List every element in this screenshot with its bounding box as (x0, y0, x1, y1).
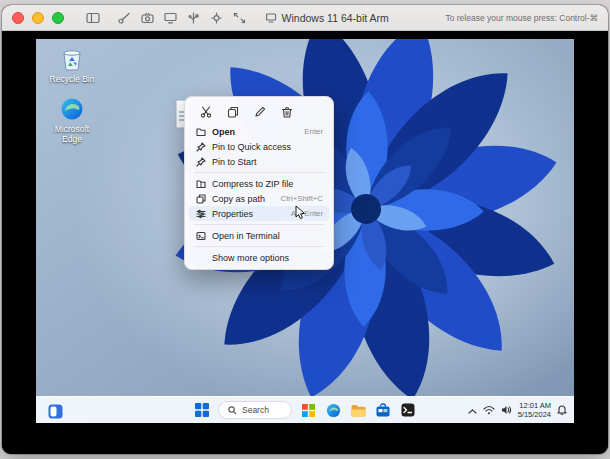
terminal-app-icon[interactable] (399, 401, 417, 419)
vm-display-area: Recycle Bin Microsoft Edge (2, 31, 608, 454)
titlebar[interactable]: Windows 11 64-bit Arm To release your mo… (2, 5, 608, 31)
zip-icon (195, 178, 206, 189)
edge-icon (58, 95, 86, 123)
menu-separator (194, 172, 324, 173)
recycle-bin-icon (58, 45, 86, 73)
clock-date: 5/15/2024 (518, 410, 551, 419)
fullscreen-icon[interactable] (233, 12, 246, 24)
menu-item-copy-as-path[interactable]: Copy as path Ctrl+Shift+C (189, 191, 329, 206)
desktop-icon-label: Recycle Bin (50, 75, 95, 85)
start-button[interactable] (193, 401, 211, 419)
quick-actions-row (189, 101, 329, 124)
menu-item-open-in-terminal[interactable]: Open in Terminal (189, 228, 329, 243)
close-button[interactable] (12, 12, 24, 24)
vm-window: Windows 11 64-bit Arm To release your mo… (2, 5, 608, 454)
menu-separator (194, 224, 324, 225)
clock-time: 12:01 AM (518, 401, 551, 410)
zoom-button[interactable] (52, 12, 64, 24)
menu-item-properties[interactable]: Properties Alt+Enter (189, 206, 329, 221)
file-explorer-icon[interactable] (349, 401, 367, 419)
more-options-icon (195, 252, 206, 263)
settings-gear-icon[interactable] (210, 12, 223, 24)
library-icon[interactable] (86, 12, 100, 24)
desktop-icon-microsoft-edge[interactable]: Microsoft Edge (44, 95, 100, 145)
traffic-lights (12, 12, 64, 24)
cut-icon[interactable] (199, 105, 213, 119)
taskbar: Search (36, 396, 574, 423)
volume-icon[interactable] (501, 401, 512, 419)
notification-bell-icon[interactable] (557, 401, 567, 419)
system-tray: 12:01 AM 5/15/2024 (468, 397, 567, 423)
menu-item-compress-to-zip[interactable]: Compress to ZIP file (189, 176, 329, 191)
search-placeholder: Search (242, 405, 269, 415)
pin-start-icon (195, 156, 206, 167)
edge-taskbar-icon[interactable] (324, 401, 342, 419)
desktop-icon-label: Microsoft Edge (44, 125, 100, 145)
copy-path-icon (195, 193, 206, 204)
mouse-cursor (295, 205, 306, 224)
menu-item-pin-to-quick-access[interactable]: Pin to Quick access (189, 139, 329, 154)
desktop-icon-recycle-bin[interactable]: Recycle Bin (44, 45, 100, 85)
vm-toolbar (118, 12, 246, 24)
terminal-icon (195, 230, 206, 241)
snapshot-camera-icon[interactable] (141, 12, 154, 24)
menu-separator (194, 246, 324, 247)
pin-icon (195, 141, 206, 152)
delete-icon[interactable] (280, 105, 294, 119)
properties-icon (195, 208, 206, 219)
widgets-icon[interactable] (46, 402, 64, 420)
context-menu: Open Enter Pin to Quick access Pin to St… (184, 96, 334, 270)
taskbar-center: Search (193, 397, 417, 423)
open-icon (195, 126, 206, 137)
display-icon[interactable] (164, 12, 177, 24)
usb-icon[interactable] (187, 12, 200, 24)
vm-monitor-icon (266, 13, 277, 23)
minimize-button[interactable] (32, 12, 44, 24)
network-icon[interactable] (483, 401, 495, 419)
taskbar-clock[interactable]: 12:01 AM 5/15/2024 (518, 401, 551, 420)
menu-item-open[interactable]: Open Enter (189, 124, 329, 139)
window-title-group: Windows 11 64-bit Arm (266, 5, 389, 30)
window-title: Windows 11 64-bit Arm (282, 12, 389, 24)
rename-icon[interactable] (253, 105, 267, 119)
menu-item-show-more-options[interactable]: Show more options (189, 250, 329, 265)
store-icon[interactable] (374, 401, 392, 419)
copy-icon[interactable] (226, 105, 240, 119)
search-input[interactable]: Search (218, 401, 292, 419)
wrench-icon[interactable] (118, 12, 131, 24)
windows-desktop[interactable]: Recycle Bin Microsoft Edge (36, 39, 574, 423)
mouse-release-hint: To release your mouse press: Control-⌘ (445, 5, 598, 30)
hidden-icons-chevron[interactable] (468, 401, 477, 419)
menu-item-pin-to-start[interactable]: Pin to Start (189, 154, 329, 169)
microsoft-365-icon[interactable] (299, 401, 317, 419)
